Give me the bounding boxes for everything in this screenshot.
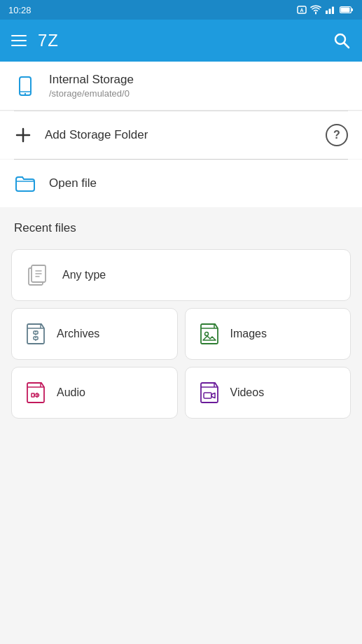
videos-label: Videos: [230, 386, 265, 399]
svg-point-12: [25, 92, 26, 94]
open-file-row[interactable]: Open file: [0, 160, 362, 207]
add-icon: [14, 126, 32, 144]
open-folder-icon: [14, 172, 36, 195]
storage-icon: [14, 75, 36, 97]
status-bar: 10:28 A: [0, 0, 362, 20]
cards-container: Any type Archives: [0, 244, 362, 430]
content-area: Internal Storage /storage/emulated/0 Add…: [0, 62, 362, 644]
archives-label: Archives: [57, 328, 99, 340]
audio-icon: [23, 380, 48, 405]
svg-text:A: A: [300, 8, 303, 13]
help-button[interactable]: ?: [326, 124, 348, 146]
svg-rect-22: [204, 393, 211, 398]
app-title: 7Z: [38, 31, 59, 50]
videos-card[interactable]: Videos: [185, 367, 351, 419]
menu-button[interactable]: [11, 35, 27, 46]
storage-name: Internal Storage: [49, 73, 134, 87]
any-type-label: Any type: [62, 269, 106, 281]
battery-icon: [340, 6, 354, 14]
add-storage-row[interactable]: Add Storage Folder ?: [0, 111, 362, 159]
archives-images-row: Archives Images: [11, 308, 351, 360]
images-card[interactable]: Images: [185, 308, 351, 360]
images-label: Images: [230, 328, 267, 340]
videos-icon: [197, 380, 222, 405]
recent-files-section: Recent files: [0, 207, 362, 244]
add-storage-label: Add Storage Folder: [45, 128, 313, 142]
app-bar-left: 7Z: [11, 31, 59, 50]
app-bar: 7Z: [0, 20, 362, 62]
internal-storage-item[interactable]: Internal Storage /storage/emulated/0: [0, 62, 362, 111]
audio-card[interactable]: Audio: [11, 367, 178, 419]
svg-rect-10: [20, 77, 31, 95]
wifi-icon: [310, 5, 321, 15]
archives-icon: [23, 321, 48, 346]
status-icons: A: [297, 5, 354, 15]
svg-rect-6: [351, 8, 354, 11]
status-time: 10:28: [8, 5, 32, 15]
svg-rect-4: [332, 7, 334, 15]
open-file-label: Open file: [49, 176, 97, 190]
svg-rect-3: [329, 9, 331, 15]
keyboard-icon: A: [297, 5, 307, 15]
svg-rect-2: [326, 10, 328, 14]
svg-point-20: [204, 332, 208, 336]
recent-files-title: Recent files: [14, 221, 76, 234]
images-icon: [197, 321, 222, 346]
svg-rect-7: [341, 8, 350, 13]
audio-videos-row: Audio Videos: [11, 367, 351, 419]
search-icon[interactable]: [333, 31, 351, 50]
any-type-card[interactable]: Any type: [11, 249, 351, 301]
archives-card[interactable]: Archives: [11, 308, 178, 360]
signal-icon: [325, 5, 336, 15]
storage-text: Internal Storage /storage/emulated/0: [49, 73, 134, 99]
storage-path: /storage/emulated/0: [49, 88, 134, 99]
audio-label: Audio: [57, 386, 85, 399]
svg-line-9: [344, 43, 349, 48]
any-type-icon: [26, 262, 51, 288]
